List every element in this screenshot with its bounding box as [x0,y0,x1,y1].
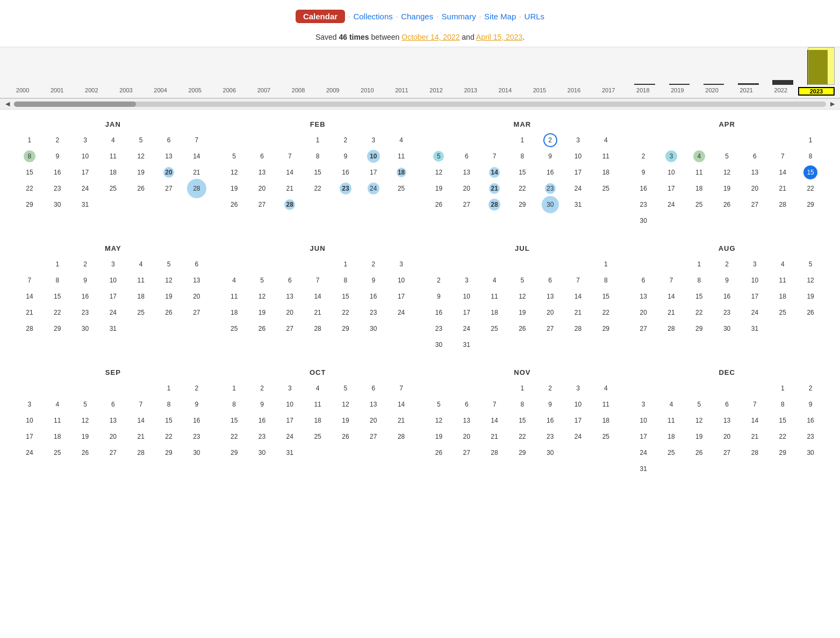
day-cell-mar-3[interactable]: 3 [571,133,585,147]
day-cell-nov-2[interactable]: 2 [543,381,557,395]
day-cell-feb-21[interactable]: 21 [283,182,297,195]
day-cell-jan-7[interactable]: 7 [190,133,204,147]
day-cell-jul-28[interactable]: 28 [571,322,585,336]
day-cell-may-30[interactable]: 30 [78,322,92,336]
day-cell-dec-4[interactable]: 4 [664,397,678,411]
day-cell-apr-19[interactable]: 19 [720,182,734,195]
day-cell-feb-1[interactable]: 1 [311,133,325,147]
day-cell-mar-18[interactable]: 18 [599,165,613,179]
day-cell-oct-17[interactable]: 17 [283,414,297,427]
day-cell-jul-27[interactable]: 27 [543,322,557,336]
timeline-year-2014[interactable]: 2014 [488,87,522,96]
day-cell-apr-27[interactable]: 27 [748,198,762,212]
day-cell-jul-3[interactable]: 3 [460,273,473,287]
day-cell-aug-4[interactable]: 4 [776,257,789,271]
day-cell-dec-9[interactable]: 9 [803,397,817,411]
day-cell-jul-11[interactable]: 11 [487,289,501,303]
day-cell-may-7[interactable]: 7 [23,273,37,287]
day-cell-dec-6[interactable]: 6 [720,397,734,411]
day-cell-jun-4[interactable]: 4 [227,273,241,287]
timeline-scrollbar[interactable] [14,102,826,107]
day-cell-apr-6[interactable]: 6 [748,149,762,163]
day-cell-mar-11[interactable]: 11 [599,149,613,163]
timeline-year-2015[interactable]: 2015 [522,87,557,96]
day-cell-feb-19[interactable]: 19 [227,182,241,195]
day-cell-jul-29[interactable]: 29 [599,322,613,336]
day-cell-nov-28[interactable]: 28 [487,446,501,460]
day-cell-sep-26[interactable]: 26 [78,446,92,460]
timeline-year-2004[interactable]: 2004 [143,87,178,96]
day-cell-jun-3[interactable]: 3 [394,257,408,271]
day-cell-jun-17[interactable]: 17 [394,289,408,303]
timeline-year-2003[interactable]: 2003 [109,87,143,96]
day-cell-feb-28[interactable]: 28 [283,198,297,212]
day-cell-aug-28[interactable]: 28 [664,322,678,336]
day-cell-dec-18[interactable]: 18 [664,430,678,444]
day-cell-jun-29[interactable]: 29 [339,322,353,336]
day-cell-may-15[interactable]: 15 [51,289,64,303]
day-cell-jun-18[interactable]: 18 [227,306,241,320]
scroll-left-arrow[interactable]: ◀ [3,100,12,107]
day-cell-mar-15[interactable]: 15 [515,165,529,179]
day-cell-sep-28[interactable]: 28 [134,446,148,460]
day-cell-aug-16[interactable]: 16 [720,289,734,303]
day-cell-sep-30[interactable]: 30 [190,446,204,460]
day-cell-sep-17[interactable]: 17 [23,430,37,444]
day-cell-feb-23[interactable]: 23 [339,182,353,195]
day-cell-jun-9[interactable]: 9 [367,273,380,287]
day-cell-feb-15[interactable]: 15 [311,165,325,179]
nav-collections[interactable]: Collections [353,12,392,21]
day-cell-jul-4[interactable]: 4 [487,273,501,287]
day-cell-aug-25[interactable]: 25 [776,306,789,320]
day-cell-nov-8[interactable]: 8 [515,397,529,411]
day-cell-dec-23[interactable]: 23 [803,430,817,444]
day-cell-jan-3[interactable]: 3 [78,133,92,147]
day-cell-may-27[interactable]: 27 [190,306,204,320]
day-cell-jun-7[interactable]: 7 [311,273,325,287]
day-cell-jun-15[interactable]: 15 [339,289,353,303]
day-cell-dec-25[interactable]: 25 [664,446,678,460]
day-cell-jul-7[interactable]: 7 [571,273,585,287]
day-cell-apr-3[interactable]: 3 [664,149,678,163]
day-cell-sep-20[interactable]: 20 [106,430,120,444]
day-cell-sep-11[interactable]: 11 [51,414,64,427]
day-cell-jul-5[interactable]: 5 [515,273,529,287]
day-cell-dec-28[interactable]: 28 [748,446,762,460]
day-cell-aug-14[interactable]: 14 [664,289,678,303]
day-cell-aug-18[interactable]: 18 [776,289,789,303]
day-cell-jul-25[interactable]: 25 [487,322,501,336]
day-cell-mar-30[interactable]: 30 [543,198,557,212]
day-cell-apr-30[interactable]: 30 [636,214,650,228]
day-cell-apr-18[interactable]: 18 [692,182,706,195]
day-cell-apr-1[interactable]: 1 [803,133,817,147]
day-cell-mar-1[interactable]: 1 [515,133,529,147]
day-cell-may-21[interactable]: 21 [23,306,37,320]
day-cell-may-4[interactable]: 4 [134,257,148,271]
day-cell-nov-3[interactable]: 3 [571,381,585,395]
day-cell-jun-21[interactable]: 21 [311,306,325,320]
day-cell-sep-22[interactable]: 22 [162,430,176,444]
day-cell-mar-21[interactable]: 21 [487,182,501,195]
day-cell-jul-6[interactable]: 6 [543,273,557,287]
day-cell-may-28[interactable]: 28 [23,322,37,336]
day-cell-sep-14[interactable]: 14 [134,414,148,427]
day-cell-oct-27[interactable]: 27 [367,430,380,444]
day-cell-jun-2[interactable]: 2 [367,257,380,271]
timeline-year-2010[interactable]: 2010 [350,87,384,96]
day-cell-jun-24[interactable]: 24 [394,306,408,320]
day-cell-nov-22[interactable]: 22 [515,430,529,444]
day-cell-aug-17[interactable]: 17 [748,289,762,303]
day-cell-aug-30[interactable]: 30 [720,322,734,336]
day-cell-aug-21[interactable]: 21 [664,306,678,320]
day-cell-oct-3[interactable]: 3 [283,381,297,395]
day-cell-aug-3[interactable]: 3 [748,257,762,271]
day-cell-dec-20[interactable]: 20 [720,430,734,444]
day-cell-oct-15[interactable]: 15 [227,414,241,427]
day-cell-oct-13[interactable]: 13 [367,397,380,411]
day-cell-jan-20[interactable]: 20 [162,165,176,179]
day-cell-dec-15[interactable]: 15 [776,414,789,427]
day-cell-aug-8[interactable]: 8 [692,273,706,287]
day-cell-may-16[interactable]: 16 [78,289,92,303]
day-cell-nov-27[interactable]: 27 [460,446,473,460]
day-cell-sep-5[interactable]: 5 [78,397,92,411]
